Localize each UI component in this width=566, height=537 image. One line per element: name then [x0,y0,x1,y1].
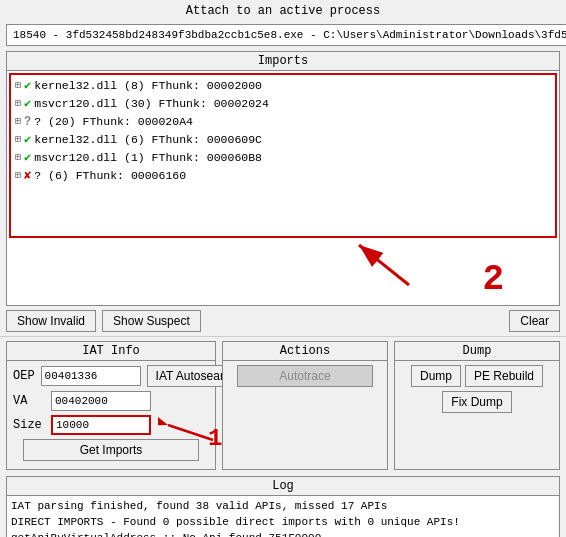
import-item[interactable]: ⊞?? (20) FThunk: 000020A4 [15,113,551,131]
status-icon: ? [24,113,31,131]
import-item[interactable]: ⊞✔kernel32.dll (8) FThunk: 00002000 [15,77,551,95]
autotrace-button[interactable]: Autotrace [237,365,374,387]
actions-box: Actions Autotrace [222,341,388,470]
va-label: VA [13,394,45,408]
oep-row: OEP IAT Autosearch [13,365,209,387]
oep-input[interactable] [41,366,141,386]
import-text: kernel32.dll (8) FThunk: 00002000 [34,77,262,95]
status-icon: ✔ [24,131,31,149]
expand-icon[interactable]: ⊞ [15,77,21,95]
fix-dump-button[interactable]: Fix Dump [442,391,511,413]
dump-box: Dump Dump PE Rebuild Fix Dump [394,341,560,470]
process-select[interactable]: 18540 - 3fd532458bd248349f3bdba2ccb1c5e8… [6,24,566,46]
oep-label: OEP [13,369,35,383]
dump-button[interactable]: Dump [411,365,461,387]
dump-content: Dump PE Rebuild Fix Dump [395,361,559,417]
header-title: Attach to an active process [0,0,566,21]
log-line: DIRECT IMPORTS - Found 0 possible direct… [11,514,555,530]
iat-info-title: IAT Info [7,342,215,361]
import-item[interactable]: ⊞✔msvcr120.dll (1) FThunk: 000060B8 [15,149,551,167]
expand-icon[interactable]: ⊞ [15,167,21,185]
show-suspect-button[interactable]: Show Suspect [102,310,201,332]
log-title: Log [7,477,559,496]
expand-icon[interactable]: ⊞ [15,149,21,167]
expand-icon[interactable]: ⊞ [15,131,21,149]
pe-rebuild-button[interactable]: PE Rebuild [465,365,543,387]
process-row: 18540 - 3fd532458bd248349f3bdba2ccb1c5e8… [0,21,566,49]
annotation-1: 1 [208,425,222,452]
expand-icon[interactable]: ⊞ [15,113,21,131]
status-icon: ✔ [24,77,31,95]
dump-title: Dump [395,342,559,361]
imports-section: Imports ⊞✔kernel32.dll (8) FThunk: 00002… [6,51,560,306]
iat-info-box: IAT Info OEP IAT Autosearch VA Size [6,341,216,470]
import-item[interactable]: ⊞✔msvcr120.dll (30) FThunk: 00002024 [15,95,551,113]
log-line: IAT parsing finished, found 38 valid API… [11,498,555,514]
import-text: msvcr120.dll (30) FThunk: 00002024 [34,95,269,113]
import-item[interactable]: ⊞✘? (6) FThunk: 00006160 [15,167,551,185]
log-content[interactable]: IAT parsing finished, found 38 valid API… [7,496,559,537]
actions-content: Autotrace [223,361,387,391]
size-input[interactable] [51,415,151,435]
status-icon: ✘ [24,167,31,185]
clear-button[interactable]: Clear [509,310,560,332]
dump-row-1: Dump PE Rebuild [401,365,553,387]
log-section: Log IAT parsing finished, found 38 valid… [6,476,560,537]
imports-list[interactable]: ⊞✔kernel32.dll (8) FThunk: 00002000⊞✔msv… [9,73,557,238]
expand-icon[interactable]: ⊞ [15,95,21,113]
va-input[interactable] [51,391,151,411]
import-item[interactable]: ⊞✔kernel32.dll (6) FThunk: 0000609C [15,131,551,149]
import-text: ? (6) FThunk: 00006160 [34,167,186,185]
status-icon: ✔ [24,95,31,113]
arrow-2-icon [349,235,429,290]
show-invalid-button[interactable]: Show Invalid [6,310,96,332]
iat-fields: OEP IAT Autosearch VA Size [7,361,215,469]
dump-row-2: Fix Dump [401,391,553,413]
import-text: kernel32.dll (6) FThunk: 0000609C [34,131,262,149]
size-label: Size [13,418,45,432]
svg-line-1 [359,245,409,285]
buttons-row: Show Invalid Show Suspect Clear [0,306,566,336]
import-text: msvcr120.dll (1) FThunk: 000060B8 [34,149,262,167]
annotation-2: 2 [482,259,504,300]
middle-section: IAT Info OEP IAT Autosearch VA Size [0,336,566,474]
imports-title: Imports [7,52,559,71]
svg-line-3 [168,425,213,440]
status-icon: ✔ [24,149,31,167]
size-row: Size 1 [13,415,209,435]
log-line: getApiByVirtualAddress :: No Api found 7… [11,530,555,537]
import-text: ? (20) FThunk: 000020A4 [34,113,193,131]
arrow-area: 2 [7,240,559,305]
actions-title: Actions [223,342,387,361]
